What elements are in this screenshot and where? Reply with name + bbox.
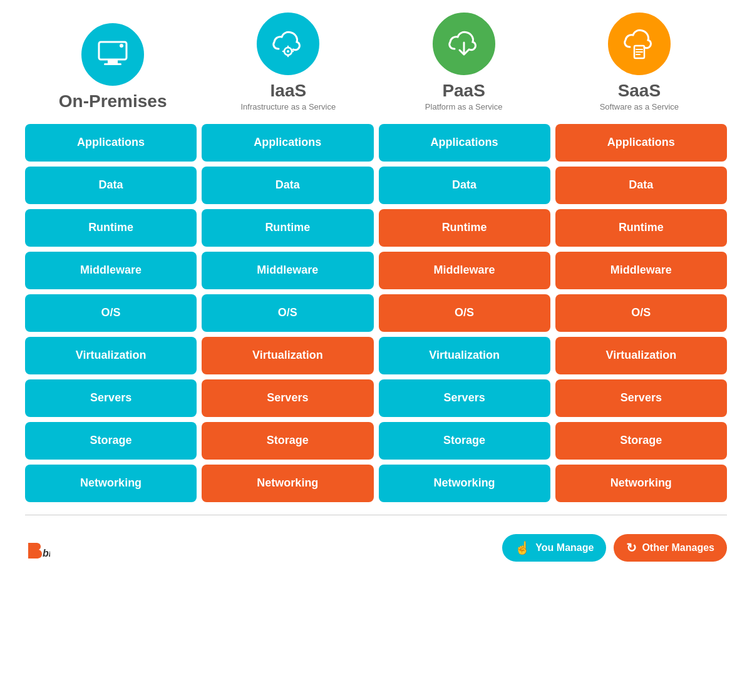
cell-iaas-networking: Networking (202, 465, 373, 502)
header-col-saas: SaaS Software as a Service (555, 13, 724, 111)
cell-on-premises-applications: Applications (25, 124, 197, 162)
cell-saas-os: O/S (555, 294, 727, 332)
cell-iaas-servers: Servers (202, 379, 373, 417)
cell-paas-data: Data (379, 167, 550, 204)
cell-paas-virtualization: Virtualization (379, 337, 550, 374)
svg-point-5 (287, 50, 289, 53)
cell-on-premises-runtime: Runtime (25, 209, 197, 247)
cell-on-premises-networking: Networking (25, 465, 197, 502)
grid-col-saas: ApplicationsDataRuntimeMiddlewareO/SVirt… (555, 124, 727, 502)
cell-saas-runtime: Runtime (555, 209, 727, 247)
divider-line (25, 515, 727, 515)
iaas-icon-circle (257, 13, 319, 75)
cell-on-premises-middleware: Middleware (25, 252, 197, 289)
paas-subtitle: Platform as a Service (425, 102, 503, 111)
cell-paas-os: O/S (379, 294, 550, 332)
cell-paas-storage: Storage (379, 422, 550, 460)
other-manages-legend: ↻ Other Manages (614, 534, 727, 562)
cell-iaas-runtime: Runtime (202, 209, 373, 247)
header-col-iaas: IaaS Infrastructure as a Service (203, 13, 373, 111)
svg-rect-2 (104, 63, 121, 65)
saas-title: SaaS (618, 81, 661, 101)
iaas-title: IaaS (270, 81, 307, 101)
saas-icon-circle (608, 13, 671, 75)
paas-icon-circle (433, 13, 495, 75)
cell-saas-middleware: Middleware (555, 252, 727, 289)
grid-col-iaas: ApplicationsDataRuntimeMiddlewareO/SVirt… (202, 124, 373, 502)
monitor-icon (94, 36, 131, 73)
cell-iaas-applications: Applications (202, 124, 373, 162)
legend: ☝ You Manage ↻ Other Manages (502, 534, 727, 562)
bmc-logo-icon: bmc (25, 537, 50, 562)
footer: bmc bmc ☝ You Manage ↻ Other Manages (19, 534, 733, 562)
cell-saas-applications: Applications (555, 124, 727, 162)
cell-on-premises-data: Data (25, 167, 197, 204)
hand-icon: ☝ (515, 540, 530, 555)
cell-iaas-middleware: Middleware (202, 252, 373, 289)
download-cloud-icon (445, 25, 483, 63)
header-col-paas: PaaS Platform as a Service (379, 13, 549, 111)
cell-iaas-os: O/S (202, 294, 373, 332)
cell-saas-storage: Storage (555, 422, 727, 460)
cell-on-premises-os: O/S (25, 294, 197, 332)
document-cloud-icon (621, 25, 658, 63)
bmc-logo: bmc bmc (25, 537, 50, 562)
svg-point-3 (120, 44, 123, 48)
settings-cloud-icon (269, 25, 307, 63)
cell-saas-virtualization: Virtualization (555, 337, 727, 374)
paas-title: PaaS (442, 81, 485, 101)
main-container: On-Premises IaaS Infrastructure as a Ser… (0, 0, 752, 574)
cell-iaas-data: Data (202, 167, 373, 204)
cell-paas-middleware: Middleware (379, 252, 550, 289)
cell-paas-applications: Applications (379, 124, 550, 162)
you-manage-legend: ☝ You Manage (502, 534, 606, 562)
header-col-on-premises: On-Premises (28, 23, 197, 111)
you-manage-label: You Manage (535, 542, 594, 553)
other-manages-label: Other Manages (642, 542, 714, 553)
svg-text:bmc: bmc (43, 548, 50, 558)
cell-paas-runtime: Runtime (379, 209, 550, 247)
cell-paas-servers: Servers (379, 379, 550, 417)
cell-iaas-storage: Storage (202, 422, 373, 460)
grid-col-on-premises: ApplicationsDataRuntimeMiddlewareO/SVirt… (25, 124, 197, 502)
cell-saas-networking: Networking (555, 465, 727, 502)
on-premises-title: On-Premises (59, 92, 167, 111)
saas-subtitle: Software as a Service (600, 102, 679, 111)
grid-col-paas: ApplicationsDataRuntimeMiddlewareO/SVirt… (379, 124, 550, 502)
cell-saas-data: Data (555, 167, 727, 204)
cell-on-premises-virtualization: Virtualization (25, 337, 197, 374)
cell-on-premises-servers: Servers (25, 379, 197, 417)
cell-paas-networking: Networking (379, 465, 550, 502)
svg-rect-1 (108, 59, 118, 63)
cell-iaas-virtualization: Virtualization (202, 337, 373, 374)
iaas-subtitle: Infrastructure as a Service (241, 102, 336, 111)
grid-container: ApplicationsDataRuntimeMiddlewareO/SVirt… (19, 124, 733, 502)
header-row: On-Premises IaaS Infrastructure as a Ser… (19, 13, 733, 111)
refresh-icon: ↻ (626, 540, 637, 555)
cell-on-premises-storage: Storage (25, 422, 197, 460)
on-premises-icon-circle (81, 23, 144, 86)
cell-saas-servers: Servers (555, 379, 727, 417)
